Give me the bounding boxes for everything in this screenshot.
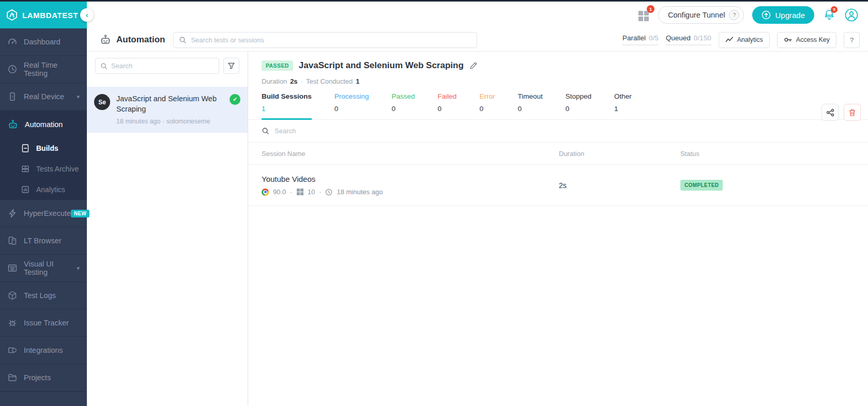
- upgrade-label: Upgrade: [775, 11, 805, 20]
- passed-check-icon: ✓: [230, 94, 240, 105]
- sidebar-item-analytics[interactable]: Analytics: [0, 179, 87, 200]
- selenium-label: Se: [98, 99, 106, 106]
- build-actions: [821, 104, 861, 121]
- projects-folder-icon: [7, 372, 18, 383]
- page-title-wrap: Automation: [99, 34, 165, 46]
- sidebar-item-automation[interactable]: Automation: [0, 111, 87, 138]
- key-icon: [784, 36, 793, 43]
- sidebar-item-tests-archive[interactable]: Tests Archive: [0, 159, 87, 179]
- os-version: 10: [308, 188, 315, 196]
- access-key-button[interactable]: Access Key: [777, 32, 836, 48]
- filter-button[interactable]: [223, 58, 239, 74]
- tab-failed[interactable]: Failed 0: [438, 92, 457, 119]
- build-item-body: JavaScript and Selenium Web Scraping 18 …: [116, 94, 223, 125]
- session-tabs: Build Sessions 1 Processing 0 Passed 0 F…: [249, 92, 868, 120]
- sidebar: LAMBDATEST ‹ Dashboard Real Time Testing…: [0, 2, 87, 406]
- tab-processing[interactable]: Processing 0: [334, 92, 369, 119]
- builds-search-row: [87, 52, 248, 80]
- brand-name: LAMBDATEST: [22, 11, 78, 20]
- sidebar-item-visual-ui-testing[interactable]: Visual UI Testing ▾: [0, 255, 87, 282]
- chrome-icon: [262, 189, 269, 196]
- new-badge: NEW: [71, 210, 89, 217]
- sidebar-collapse-button[interactable]: ‹: [80, 8, 94, 22]
- build-list-item[interactable]: Se ✓ JavaScript and Selenium Web Scrapin…: [87, 87, 248, 133]
- sidebar-item-label: Tests Archive: [36, 165, 79, 173]
- share-button[interactable]: [821, 104, 839, 121]
- lambdatest-automation-page: LAMBDATEST ‹ Dashboard Real Time Testing…: [0, 0, 868, 406]
- sidebar-item-label: Builds: [36, 144, 58, 152]
- sidebar-item-hyperexecute[interactable]: HyperExecute NEW: [0, 200, 87, 227]
- sidebar-item-label: Real Device: [24, 92, 77, 101]
- sidebar-item-integrations[interactable]: Integrations: [0, 337, 87, 364]
- build-title-row: PASSED JavaScript and Selenium Web Scrap…: [262, 60, 868, 71]
- hyperexecute-icon: [7, 208, 18, 218]
- builds-icon: [21, 144, 30, 153]
- sidebar-item-real-time-testing[interactable]: Real Time Testing: [0, 56, 87, 83]
- upgrade-button[interactable]: Upgrade: [752, 6, 814, 24]
- tab-build-sessions[interactable]: Build Sessions 1: [262, 92, 312, 119]
- sidebar-item-dashboard[interactable]: Dashboard: [0, 28, 87, 56]
- sidebar-item-builds[interactable]: Builds: [0, 138, 87, 159]
- bell-notification-badge: 5: [831, 6, 837, 13]
- parallel-value: 0/5: [649, 34, 659, 42]
- search-tests-input[interactable]: [191, 36, 471, 44]
- parallel-quota: Parallel 0/5: [622, 34, 659, 45]
- analytics-button[interactable]: Analytics: [719, 32, 770, 48]
- queued-quota: Queued 0/150: [666, 34, 711, 45]
- builds-list-panel: Se ✓ JavaScript and Selenium Web Scrapin…: [87, 52, 248, 406]
- sessions-table-header: Session Name Duration Status: [249, 143, 868, 165]
- sessions-search-row: [249, 120, 868, 143]
- session-status-cell: COMPLETED: [680, 180, 868, 191]
- meta-separator: ·: [290, 188, 292, 196]
- sidebar-item-label: LT Browser: [24, 237, 80, 245]
- automation-subheader: Automation Parallel 0/5 Queued 0/150 Ana…: [87, 28, 868, 52]
- delete-button[interactable]: [844, 104, 861, 121]
- tests-conducted-label: Test Conducted: [306, 77, 353, 85]
- search-icon: [262, 127, 269, 135]
- builds-search-input[interactable]: [111, 62, 214, 70]
- sidebar-item-label: Automation: [25, 120, 80, 129]
- window-top-edge: [0, 0, 868, 2]
- session-meta: 90.0 · 10 · 18 minutes ago: [262, 188, 559, 196]
- help-button[interactable]: ?: [844, 32, 860, 48]
- topbar: 1 Configure Tunnel ? Upgrade 5: [87, 2, 868, 28]
- sidebar-item-test-logs[interactable]: Test Logs: [0, 282, 87, 309]
- configure-tunnel-button[interactable]: Configure Tunnel ?: [658, 6, 744, 24]
- user-avatar-icon[interactable]: [844, 8, 859, 22]
- sidebar-item-label: HyperExecute: [24, 209, 71, 217]
- session-table-row[interactable]: Youtube Videos 90.0 · 10 · 18 minutes ag…: [249, 165, 868, 206]
- tab-timeout[interactable]: Timeout 0: [517, 92, 542, 119]
- tab-stopped[interactable]: Stopped 0: [566, 92, 591, 119]
- page-title: Automation: [116, 35, 165, 45]
- tab-other[interactable]: Other 1: [614, 92, 632, 119]
- meta-separator: ·: [301, 77, 303, 85]
- sidebar-item-issue-tracker[interactable]: Issue Tracker: [0, 309, 87, 337]
- column-duration: Duration: [559, 150, 680, 158]
- status-badge: PASSED: [262, 60, 293, 71]
- sidebar-item-label: Real Time Testing: [24, 61, 80, 77]
- tunnel-help-icon[interactable]: ?: [729, 10, 739, 20]
- integrations-icon: [7, 345, 18, 355]
- build-detail-header: PASSED JavaScript and Selenium Web Scrap…: [249, 52, 868, 85]
- sidebar-item-lt-browser[interactable]: LT Browser: [0, 227, 87, 255]
- configure-tunnel-label: Configure Tunnel: [668, 11, 725, 19]
- apps-notification-badge: 1: [647, 5, 654, 13]
- apps-grid-icon[interactable]: 1: [637, 9, 650, 21]
- header-search: [173, 32, 477, 48]
- analytics-icon: [21, 185, 30, 194]
- tests-archive-icon: [21, 164, 30, 174]
- sidebar-item-projects[interactable]: Projects: [0, 364, 87, 392]
- sessions-search-input[interactable]: [275, 127, 855, 135]
- sidebar-item-real-device[interactable]: Real Device ▾: [0, 83, 87, 111]
- duration-label: Duration: [262, 77, 287, 85]
- tab-error[interactable]: Error 0: [479, 92, 495, 119]
- tab-passed[interactable]: Passed 0: [392, 92, 415, 119]
- notifications-bell-icon[interactable]: 5: [823, 8, 836, 22]
- chevron-down-icon: ▾: [77, 93, 80, 100]
- parallel-label: Parallel: [622, 34, 646, 42]
- queued-label: Queued: [666, 34, 691, 42]
- queued-value: 0/150: [694, 34, 711, 42]
- meta-separator: ·: [162, 118, 164, 125]
- test-logs-icon: [7, 290, 18, 301]
- edit-pencil-icon[interactable]: [469, 61, 478, 70]
